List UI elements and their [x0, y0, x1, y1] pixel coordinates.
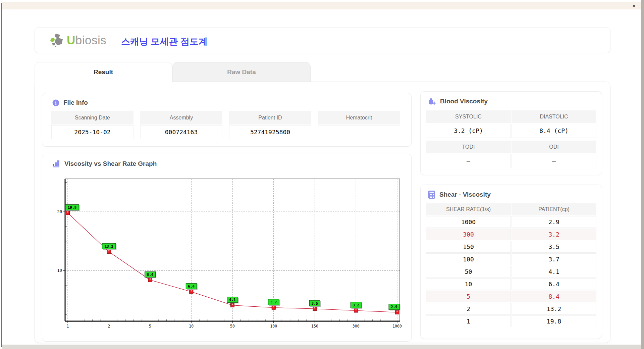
file-info-grid: Scanning Date2025-10-02Assembly000724163…	[51, 111, 411, 139]
svg-text:300: 300	[353, 324, 360, 329]
blood-viscosity-header: SYSTOLIC	[426, 110, 511, 123]
file-info-field-value: 000724163	[140, 125, 222, 139]
file-info-title: i File Info	[42, 93, 411, 106]
svg-text:5: 5	[149, 324, 151, 329]
svg-text:3.5: 3.5	[312, 301, 318, 306]
shear-rate-cell: 100	[426, 253, 511, 265]
tab-result[interactable]: Result	[35, 62, 172, 82]
file-info-card: i File Info Scanning Date2025-10-02Assem…	[42, 93, 412, 147]
patient-viscosity-cell: 4.1	[512, 266, 596, 278]
shear-rate-cell: 300	[426, 229, 511, 240]
shear-rate-cell: 1000	[426, 216, 511, 228]
blood-viscosity-title-text: Blood Viscosity	[440, 98, 488, 105]
svg-text:i: i	[55, 100, 57, 105]
svg-text:10: 10	[189, 324, 194, 329]
patient-viscosity-cell: 6.4	[512, 278, 596, 290]
file-info-field-value	[318, 125, 400, 139]
svg-text:13.2: 13.2	[105, 244, 114, 249]
file-info-field: Assembly000724163	[140, 111, 222, 139]
file-info-field-label: Assembly	[140, 111, 222, 124]
info-icon: i	[52, 99, 59, 106]
file-info-field-value: 2025-10-02	[51, 125, 133, 139]
patient-viscosity-cell: 3.7	[512, 253, 596, 265]
file-info-field: Hematocrit	[318, 111, 400, 139]
header-card: Ubiosis 스캐닝 모세관 점도계	[35, 28, 610, 53]
svg-text:1000: 1000	[392, 324, 402, 329]
svg-text:50: 50	[230, 324, 235, 329]
svg-text:8.4: 8.4	[147, 272, 154, 277]
svg-text:2.9: 2.9	[391, 305, 397, 309]
shear-viscosity-title-text: Shear - Viscosity	[439, 191, 491, 198]
svg-text:4.1: 4.1	[229, 298, 236, 302]
calculator-icon	[428, 191, 435, 199]
file-info-field-label: Hematocrit	[318, 111, 400, 124]
svg-text:150: 150	[311, 324, 318, 329]
tab-raw-data[interactable]: Raw Data	[172, 62, 311, 82]
file-info-field: Scanning Date2025-10-02	[51, 111, 133, 139]
svg-text:19.8: 19.8	[68, 205, 77, 210]
window-titlebar: ×	[2, 2, 641, 9]
ubiosis-logo: Ubiosis	[50, 33, 106, 48]
svg-text:3.2: 3.2	[353, 303, 359, 307]
blood-viscosity-value: –	[512, 154, 596, 168]
patient-viscosity-cell: 2.9	[512, 216, 596, 228]
blood-viscosity-value: –	[426, 154, 511, 168]
window-left-border	[1, 3, 2, 347]
patient-viscosity-cell: 8.4	[512, 291, 596, 302]
window-scrollbar[interactable]	[641, 0, 644, 349]
close-icon[interactable]: ×	[632, 2, 636, 10]
svg-text:20: 20	[57, 209, 62, 214]
blood-viscosity-row-group: TODIODI––	[426, 141, 596, 168]
shear-rate-cell: 2	[426, 303, 511, 315]
shear-table-column-header: PATIENT(cp)	[512, 203, 596, 215]
graph-card: Viscosity vs Shear Rate Graph 1020125105…	[42, 154, 412, 342]
blood-viscosity-header: ODI	[512, 141, 596, 153]
patient-viscosity-cell: 19.8	[512, 315, 596, 327]
app-title: 스캐닝 모세관 점도계	[121, 36, 208, 48]
svg-text:10: 10	[57, 268, 62, 273]
file-info-field: Patient ID52741925800	[229, 111, 311, 139]
leaf-logo-icon	[50, 33, 65, 48]
shear-rate-cell: 10	[426, 278, 511, 290]
shear-viscosity-title: Shear - Viscosity	[421, 185, 602, 199]
shear-rate-cell: 150	[426, 241, 511, 253]
graph-title: Viscosity vs Shear Rate Graph	[42, 154, 411, 167]
blood-viscosity-value: 8.4 (cP)	[512, 124, 596, 138]
blood-viscosity-header: DIASTOLIC	[512, 110, 596, 123]
patient-viscosity-cell: 13.2	[512, 303, 596, 315]
shear-rate-cell: 1	[426, 315, 511, 327]
file-info-title-text: File Info	[63, 99, 88, 106]
file-info-field-label: Scanning Date	[51, 111, 133, 124]
patient-viscosity-cell: 3.2	[512, 229, 596, 240]
droplets-icon	[428, 97, 436, 105]
svg-text:100: 100	[270, 324, 277, 329]
svg-text:3.7: 3.7	[270, 300, 277, 304]
window-bottom-border	[2, 345, 641, 349]
shear-table-column-header: SHEAR RATE(1/s)	[426, 203, 511, 215]
svg-text:6.4: 6.4	[188, 284, 195, 289]
shear-viscosity-card: Shear - Viscosity SHEAR RATE(1/s)PATIENT…	[420, 185, 602, 339]
file-info-field-value: 52741925800	[229, 125, 311, 139]
viscosity-chart: 10201251050100150300100019.813.28.46.44.…	[48, 176, 409, 334]
graph-title-text: Viscosity vs Shear Rate Graph	[64, 160, 157, 167]
blood-viscosity-title: Blood Viscosity	[421, 92, 602, 105]
blood-viscosity-header: TODI	[426, 141, 511, 153]
svg-text:1: 1	[67, 324, 69, 329]
logo-text: Ubiosis	[67, 34, 106, 47]
shear-viscosity-table: SHEAR RATE(1/s)PATIENT(cp)10002.93003.21…	[426, 203, 596, 327]
blood-viscosity-row-group: SYSTOLICDIASTOLIC3.2 (cP)8.4 (cP)	[426, 110, 596, 138]
bar-chart-icon	[52, 160, 60, 167]
blood-viscosity-value: 3.2 (cP)	[426, 124, 511, 138]
patient-viscosity-cell: 3.5	[512, 241, 596, 253]
shear-rate-cell: 5	[426, 291, 511, 302]
blood-viscosity-card: Blood Viscosity SYSTOLICDIASTOLIC3.2 (cP…	[420, 91, 602, 175]
file-info-field-label: Patient ID	[229, 111, 311, 124]
blood-viscosity-table: SYSTOLICDIASTOLIC3.2 (cP)8.4 (cP)TODIODI…	[421, 110, 602, 168]
svg-text:2: 2	[108, 324, 110, 329]
shear-rate-cell: 50	[426, 266, 511, 278]
